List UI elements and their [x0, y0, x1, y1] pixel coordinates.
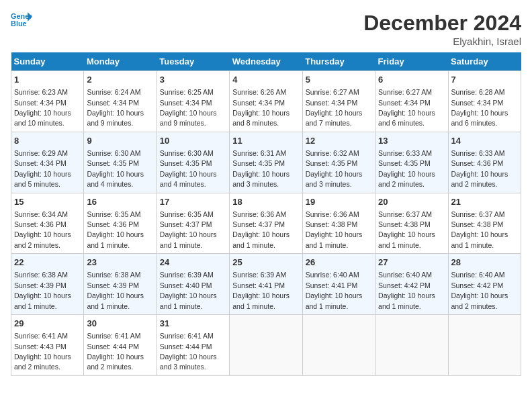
sunrise-info: Sunrise: 6:35 AM	[87, 210, 140, 218]
daylight-label: Daylight: 10 hours and 2 minutes.	[451, 170, 508, 188]
sunrise-info: Sunrise: 6:24 AM	[87, 88, 140, 96]
day-number: 2	[87, 74, 153, 86]
daylight-label: Daylight: 10 hours and 3 minutes.	[160, 353, 217, 371]
weekday-header-thursday: Thursday	[302, 52, 375, 71]
sunrise-info: Sunrise: 6:37 AM	[451, 210, 505, 218]
sunset-info: Sunset: 4:36 PM	[14, 220, 66, 228]
sunset-info: Sunset: 4:37 PM	[160, 220, 212, 228]
day-cell: 24Sunrise: 6:39 AMSunset: 4:40 PMDayligh…	[157, 254, 229, 315]
day-cell: 13Sunrise: 6:33 AMSunset: 4:35 PMDayligh…	[375, 132, 448, 193]
day-cell: 10Sunrise: 6:30 AMSunset: 4:35 PMDayligh…	[157, 132, 229, 193]
sunrise-info: Sunrise: 6:36 AM	[232, 210, 286, 218]
day-number: 18	[232, 196, 299, 208]
title-block: December 2024 Elyakhin, Israel	[363, 11, 521, 47]
sunset-info: Sunset: 4:34 PM	[87, 99, 139, 107]
sunrise-info: Sunrise: 6:39 AM	[232, 271, 286, 279]
sunset-info: Sunset: 4:34 PM	[378, 99, 431, 107]
sunset-info: Sunset: 4:34 PM	[14, 99, 66, 107]
sunset-info: Sunset: 4:34 PM	[306, 99, 358, 107]
sunrise-info: Sunrise: 6:27 AM	[378, 88, 432, 96]
day-number: 21	[451, 196, 518, 208]
day-cell	[448, 315, 521, 376]
sunset-info: Sunset: 4:35 PM	[160, 159, 212, 167]
daylight-label: Daylight: 10 hours and 9 minutes.	[87, 109, 144, 127]
daylight-label: Daylight: 10 hours and 2 minutes.	[14, 230, 71, 248]
day-cell: 28Sunrise: 6:40 AMSunset: 4:42 PMDayligh…	[448, 254, 521, 315]
sunset-info: Sunset: 4:44 PM	[160, 342, 212, 351]
daylight-label: Daylight: 10 hours and 4 minutes.	[87, 170, 144, 188]
day-cell: 25Sunrise: 6:39 AMSunset: 4:41 PMDayligh…	[230, 254, 302, 315]
page-header: General Blue December 2024 Elyakhin, Isr…	[11, 11, 521, 47]
sunrise-info: Sunrise: 6:40 AM	[451, 271, 505, 279]
day-cell	[375, 315, 448, 376]
daylight-label: Daylight: 10 hours and 8 minutes.	[232, 109, 290, 127]
sunrise-info: Sunrise: 6:41 AM	[160, 332, 214, 340]
day-cell: 16Sunrise: 6:35 AMSunset: 4:36 PMDayligh…	[84, 193, 157, 254]
sunset-info: Sunset: 4:34 PM	[232, 99, 285, 107]
sunrise-info: Sunrise: 6:40 AM	[378, 271, 432, 279]
sunrise-info: Sunrise: 6:32 AM	[306, 149, 359, 157]
sunrise-info: Sunrise: 6:34 AM	[14, 210, 68, 218]
day-number: 19	[306, 196, 372, 208]
sunset-info: Sunset: 4:42 PM	[451, 281, 504, 289]
day-number: 27	[378, 257, 445, 269]
sunset-info: Sunset: 4:38 PM	[306, 220, 358, 228]
day-cell: 29Sunrise: 6:41 AMSunset: 4:43 PMDayligh…	[11, 315, 84, 376]
sunset-info: Sunset: 4:36 PM	[87, 220, 139, 228]
daylight-label: Daylight: 10 hours and 1 minute.	[232, 291, 290, 310]
sunrise-info: Sunrise: 6:31 AM	[232, 149, 286, 157]
week-row-1: 1Sunrise: 6:23 AMSunset: 4:34 PMDaylight…	[11, 71, 521, 132]
daylight-label: Daylight: 10 hours and 1 minute.	[87, 230, 144, 248]
sunset-info: Sunset: 4:34 PM	[160, 99, 212, 107]
logo-icon: General Blue	[11, 11, 32, 30]
daylight-label: Daylight: 10 hours and 2 minutes.	[87, 353, 144, 371]
daylight-label: Daylight: 10 hours and 3 minutes.	[232, 170, 290, 188]
sunrise-info: Sunrise: 6:40 AM	[306, 271, 359, 279]
day-number: 25	[232, 257, 299, 269]
daylight-label: Daylight: 10 hours and 1 minute.	[306, 291, 363, 310]
daylight-label: Daylight: 10 hours and 1 minute.	[451, 230, 508, 248]
sunset-info: Sunset: 4:41 PM	[232, 281, 285, 289]
sunrise-info: Sunrise: 6:41 AM	[14, 332, 68, 340]
svg-text:Blue: Blue	[11, 19, 27, 28]
sunset-info: Sunset: 4:35 PM	[378, 159, 431, 167]
daylight-label: Daylight: 10 hours and 4 minutes.	[160, 170, 217, 188]
day-number: 22	[14, 257, 81, 269]
weekday-header-friday: Friday	[375, 52, 448, 71]
daylight-label: Daylight: 10 hours and 1 minute.	[160, 230, 217, 248]
day-number: 6	[378, 74, 445, 86]
day-cell: 21Sunrise: 6:37 AMSunset: 4:38 PMDayligh…	[448, 193, 521, 254]
day-cell: 20Sunrise: 6:37 AMSunset: 4:38 PMDayligh…	[375, 193, 448, 254]
daylight-label: Daylight: 10 hours and 1 minute.	[306, 230, 363, 248]
day-cell: 31Sunrise: 6:41 AMSunset: 4:44 PMDayligh…	[157, 315, 229, 376]
sunrise-info: Sunrise: 6:30 AM	[160, 149, 214, 157]
day-cell: 26Sunrise: 6:40 AMSunset: 4:41 PMDayligh…	[302, 254, 375, 315]
month-title: December 2024	[363, 11, 521, 36]
sunset-info: Sunset: 4:34 PM	[451, 99, 504, 107]
day-number: 13	[378, 135, 445, 147]
sunrise-info: Sunrise: 6:41 AM	[87, 332, 140, 340]
day-cell: 7Sunrise: 6:28 AMSunset: 4:34 PMDaylight…	[448, 71, 521, 132]
sunset-info: Sunset: 4:35 PM	[232, 159, 285, 167]
sunrise-info: Sunrise: 6:27 AM	[306, 88, 359, 96]
sunset-info: Sunset: 4:37 PM	[232, 220, 285, 228]
day-number: 31	[160, 318, 226, 330]
day-number: 17	[160, 196, 226, 208]
day-number: 15	[14, 196, 81, 208]
sunset-info: Sunset: 4:34 PM	[14, 159, 66, 167]
day-number: 10	[160, 135, 226, 147]
day-cell: 2Sunrise: 6:24 AMSunset: 4:34 PMDaylight…	[84, 71, 157, 132]
day-number: 16	[87, 196, 153, 208]
sunset-info: Sunset: 4:42 PM	[378, 281, 431, 289]
daylight-label: Daylight: 10 hours and 1 minute.	[14, 291, 71, 310]
weekday-header-row: SundayMondayTuesdayWednesdayThursdayFrid…	[11, 52, 521, 71]
daylight-label: Daylight: 10 hours and 1 minute.	[160, 291, 217, 310]
sunrise-info: Sunrise: 6:33 AM	[378, 149, 432, 157]
sunrise-info: Sunrise: 6:26 AM	[232, 88, 286, 96]
sunrise-info: Sunrise: 6:23 AM	[14, 88, 68, 96]
sunrise-info: Sunrise: 6:25 AM	[160, 88, 214, 96]
sunrise-info: Sunrise: 6:28 AM	[451, 88, 505, 96]
weekday-header-saturday: Saturday	[448, 52, 521, 71]
day-cell: 4Sunrise: 6:26 AMSunset: 4:34 PMDaylight…	[230, 71, 302, 132]
day-number: 28	[451, 257, 518, 269]
